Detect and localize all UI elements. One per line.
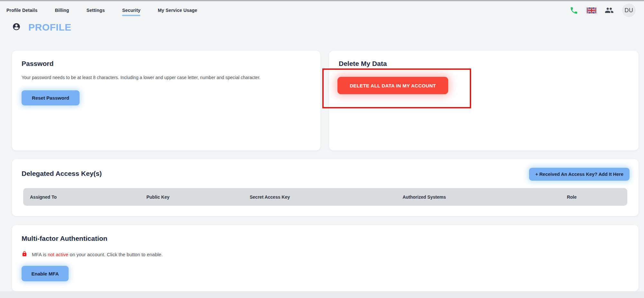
- access-keys-table-header: Assigned To Public Key Secret Access Key…: [23, 188, 627, 206]
- mfa-card: Multi-factor Authentication MFA is not a…: [12, 225, 639, 291]
- footer-strip: [0, 291, 644, 298]
- password-requirements-text: Your password needs to be at least 8 cha…: [22, 75, 311, 80]
- column-header-authorized-systems: Authorized Systems: [402, 194, 446, 200]
- profile-person-icon: [12, 23, 21, 32]
- mfa-status-text: MFA is not active on your account. Click…: [32, 252, 163, 257]
- column-header-role: Role: [567, 194, 576, 200]
- column-header-public-key: Public Key: [147, 194, 170, 200]
- page-title-row: PROFILE: [12, 22, 71, 33]
- lock-icon: [22, 250, 27, 258]
- nav-tabs: Profile Details Billing Settings Securit…: [6, 6, 198, 15]
- reset-password-button[interactable]: Reset Password: [22, 90, 80, 105]
- mfa-status-not-active: not active: [48, 252, 68, 257]
- mfa-status-row: MFA is not active on your account. Click…: [22, 250, 629, 258]
- delete-all-data-button[interactable]: DELETE ALL DATA IN MY ACCOUNT: [337, 77, 448, 94]
- tab-settings[interactable]: Settings: [86, 6, 106, 15]
- tab-my-service-usage[interactable]: My Service Usage: [157, 6, 198, 15]
- password-card: Password Your password needs to be at le…: [12, 51, 320, 150]
- page-title: PROFILE: [28, 22, 71, 33]
- tab-profile-details[interactable]: Profile Details: [6, 6, 38, 15]
- tab-security[interactable]: Security: [121, 6, 141, 15]
- top-navbar: Profile Details Billing Settings Securit…: [0, 1, 644, 19]
- phone-icon[interactable]: [570, 6, 578, 15]
- user-avatar[interactable]: DU: [622, 4, 636, 17]
- add-access-key-button[interactable]: + Received An Access Key? Add It Here: [529, 168, 630, 181]
- nav-icons: DU: [570, 4, 636, 17]
- delete-card-title: Delete My Data: [339, 60, 629, 68]
- users-icon[interactable]: [605, 6, 614, 15]
- uk-flag-icon[interactable]: [587, 7, 596, 14]
- delete-data-card: Delete My Data DELETE ALL DATA IN MY ACC…: [329, 51, 639, 150]
- access-keys-card: Delegated Access Key(s) + Received An Ac…: [12, 159, 639, 216]
- enable-mfa-button[interactable]: Enable MFA: [22, 266, 69, 281]
- security-settings-page: Profile Details Billing Settings Securit…: [0, 0, 644, 298]
- tab-billing[interactable]: Billing: [54, 6, 70, 15]
- password-card-title: Password: [22, 60, 311, 68]
- column-header-assigned-to: Assigned To: [30, 194, 57, 200]
- column-header-secret-access-key: Secret Access Key: [250, 194, 290, 200]
- access-keys-title: Delegated Access Key(s): [22, 170, 102, 177]
- mfa-card-title: Multi-factor Authentication: [22, 235, 629, 242]
